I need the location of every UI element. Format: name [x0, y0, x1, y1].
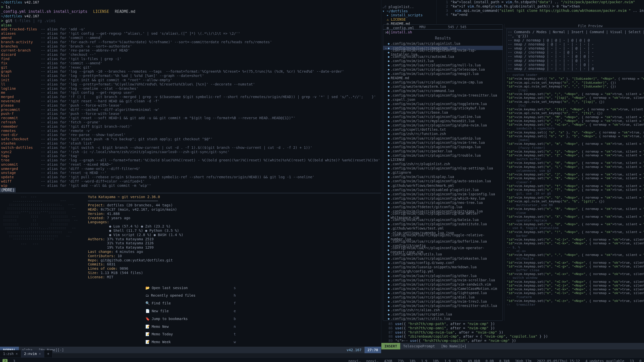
dash-jump-to-bookmarks[interactable]: 🔖 Jump to bookmarksb — [145, 317, 236, 321]
mru-item[interactable]: ◆.config/nvim/lua/rc/pluginconfig/vim-sa… — [383, 282, 503, 286]
mru-item[interactable]: ◆.config/nvim/lua/rc/myplugins/hexedit.l… — [383, 119, 503, 123]
mru-item[interactable]: ◆.config/nvim/lua/rc/pluginconfig/nvim-l… — [383, 50, 503, 54]
mru-item[interactable]: ◆.config/nvim/lua/rc/pluginconfig/lspsag… — [383, 145, 503, 149]
mru-item[interactable]: ◆.config/sway/config.d/sway.conf — [383, 261, 503, 265]
mru-item[interactable]: ◆.config/nvim/lua/rc/disabled-pluginlist… — [383, 188, 503, 192]
mru-item[interactable]: ◆.gitignore — [383, 170, 503, 175]
telescope-prompt[interactable]: > ▏ — [383, 29, 503, 35]
mru-item[interactable]: ◆.config/nvim/lua/rc/pluginconfig/troubl… — [383, 153, 503, 157]
preview-title: File Preview — [505, 24, 644, 28]
prompt-icon: > — [1, 19, 6, 23]
file-preview: -- custom leader"id">vim.keymap.set({ "n… — [505, 72, 644, 321]
dash-find-file[interactable]: 🔍 Find filef — [145, 301, 236, 305]
mru-item[interactable]: ◆.config/nvim/lua/rc/pluginconfig/toggle… — [383, 102, 503, 106]
mru-item[interactable]: ◆.config/nvim/init.lua — [383, 59, 503, 63]
mru-item[interactable]: ◆.config/nvim/lua/rc/pluginconfig/null-l… — [383, 63, 503, 67]
mru-item[interactable]: ◆.config/nvim/lua/rc/pluginconfig/nvim-s… — [383, 278, 503, 282]
mru-item[interactable]: ◆.config/nvim/lua/rc/pluginconfig/nlsp-s… — [383, 166, 503, 170]
git-branch: v42.167 — [24, 0, 39, 4]
dash-memo-today[interactable]: 📝 Memo Todayt — [145, 332, 236, 336]
mru-item[interactable]: ◆.config/nvim/lua/rc/pluginconfig/nvim-l… — [383, 192, 503, 196]
mru-item[interactable]: ◆.config/zsh/rc/function.zsh — [383, 132, 503, 136]
mru-item[interactable]: ◆.config/nvim/lua/rc/base.lua — [383, 110, 503, 114]
mru-item[interactable]: ◆.config/zsh/rc/pluginlist.zsh — [383, 162, 503, 166]
mru-item[interactable]: ◆.github/workflows/test.yml — [383, 226, 503, 231]
mru-item[interactable]: ◆.cspell.json — [383, 97, 503, 102]
telescope-picker[interactable]: MRU 545 / 545 > ▏ Results ◆.config/nvim/… — [383, 24, 503, 321]
mru-item[interactable]: ◆.config/nvim/lua/rc/utils.lua — [383, 316, 503, 321]
system-status-bar: 2 3 neovi…neovi…426B73%18%1.910%1.917%49… — [0, 357, 644, 362]
statusline-right-pane: INSERT TelescopePrompt [No Name][+] v42.… — [381, 343, 644, 349]
mru-item[interactable]: ◆.config/wezterm/wezterm.lua — [383, 84, 503, 89]
new-tab-button[interactable]: + — [44, 350, 53, 357]
mru-item[interactable]: ◆.config/nvim/ftdetect/gitconfig.lua — [383, 205, 503, 209]
mru-item[interactable]: ◆.config/nvim/lua/rc/pluginconfig/which-… — [383, 196, 503, 200]
dash-memo-week[interactable]: 📝 Memo Weekw — [145, 340, 236, 344]
mru-item[interactable]: ◆.config/nvim/lua/rc/pluginconfig/neogit… — [383, 72, 503, 76]
mapping-help-table: -- Commands / Modes | Normal | Insert | … — [506, 29, 644, 72]
mru-item[interactable]: ◆.config/nvim/lua/rc/pluginconfig/buffer… — [383, 239, 503, 243]
mru-item[interactable]: ◆.config/cspell/dotfiles.txt — [383, 127, 503, 132]
cwd-path-2: ~/dotfiles — [1, 14, 22, 18]
mru-item[interactable]: ◆.config/nvim/lua/rc/pluginconfig/teleka… — [383, 256, 503, 261]
onefetch-ascii: --- --- ............... --- ::::::::::::… — [3, 195, 78, 279]
onefetch-panel: --- --- ............... --- ::::::::::::… — [0, 193, 381, 281]
mru-item[interactable]: ◆.config/nvim/lua/rc/pluginconfig/neo-tr… — [383, 200, 503, 205]
mru-item[interactable]: ◆.config/nvim/lua/rc/pluginlist.lua — [383, 41, 503, 46]
mru-item[interactable]: ◆.config/nvim/lua/rc/option.lua — [383, 312, 503, 316]
mru-item[interactable]: ◆.config/nvim/lua/rc/pluginconfig/substi… — [383, 222, 503, 226]
statusline-left-pane: NORMAL alpha [No Name][-] v42.167 27:70 — [0, 347, 381, 353]
mru-item[interactable]: ◆.config/nvim/lua/rc/display.lua — [383, 175, 503, 179]
mru-item[interactable]: ◆.config/nvim/lua/rc/pluginconfig/telesc… — [383, 67, 503, 72]
mru-item[interactable]: ◆.github/workflows/benchmark.yml — [383, 183, 503, 188]
cwd-path: ~/dotfiles — [1, 0, 22, 4]
ls-output: _config.yml install.sh install_scripts L… — [0, 9, 381, 14]
dash-new-file[interactable]: 📄 New filee — [145, 309, 236, 313]
mru-item[interactable]: ◆.config/nvim/lua/rc/pluginconfig/other.… — [383, 274, 503, 278]
onefetch-info: Yuta Katayama ~ git version 2.36.0 ─────… — [88, 195, 183, 279]
tab-2nvim[interactable]: 2:nvim × — [21, 350, 44, 357]
mru-item[interactable]: ◆.config/nvim/lua/rc/pluginconfig/sticky… — [383, 106, 503, 110]
mru-item[interactable]: ◆.config/nvim/lua/rc/packer.lua — [383, 149, 503, 153]
pager-more[interactable]: (MORE) — [0, 188, 16, 192]
branch-indicator: v42.167 — [344, 347, 365, 353]
mru-item[interactable]: ◆.config/nvim/lua/rc/command.lua — [383, 89, 503, 93]
tab-1zsh[interactable]: 1:zsh × — [0, 350, 21, 357]
mru-item[interactable]: ◆.config/nvim/lua/rc/pluginconfig/CamelC… — [383, 286, 503, 291]
mru-item[interactable]: ◆.config/nvim/lua/rc/pluginconfig/dial.l… — [383, 295, 503, 299]
mru-item[interactable]: ◆.config/gh/config.yml — [383, 269, 503, 274]
mru-item[interactable]: ◆.config/nvim/lua/rc/pluginconfig/nvim-c… — [383, 80, 503, 84]
mru-item[interactable]: ◆.config/nvim/lua/rc/pluginconfig/nvim-t… — [383, 140, 503, 145]
mode-indicator: INSERT — [381, 343, 400, 349]
dash-recently-opened-files[interactable]: 🗂 Recently opened filesh — [145, 293, 236, 298]
workspace-3[interactable]: 3 — [13, 359, 15, 362]
workspace-2[interactable]: 2 — [3, 359, 8, 362]
prompt-icon: > — [1, 5, 6, 9]
dash-memo-new[interactable]: 📝 Memo Newn — [145, 325, 236, 329]
cursor-pos: 27:70 — [365, 347, 381, 353]
mru-item[interactable]: ◆.config/nvim/lua/rc/pluginconfig/nvim-t… — [383, 299, 503, 304]
mru-item[interactable]: ◆.config/nvim/lua/rc/pluginconfig/auto-s… — [383, 179, 503, 183]
mru-item[interactable]: ◆.config/nvim/lua/rc/pluginconfig/nvim-t… — [383, 93, 503, 97]
close-icon[interactable]: × — [39, 352, 41, 356]
mru-item[interactable]: ◆.config/nvim/lua/rc/pluginconfig/vim-op… — [383, 248, 503, 252]
mru-item[interactable]: ◆.config/nvim/lua/rc/pluginconfig/treesi… — [383, 304, 503, 308]
mru-item[interactable]: ◆.config/nvim/lua/rc/pluginconfig/LuaSni… — [383, 136, 503, 140]
mru-item[interactable]: ◆LICENSE — [383, 158, 503, 162]
mru-item[interactable]: ◆.config/nvim/lua/rc/pluginconfig/vim-be… — [383, 213, 503, 218]
close-icon[interactable]: × — [16, 352, 18, 356]
git-command-input[interactable]: git — [6, 19, 12, 23]
mru-item[interactable]: ◆.config/nvim/luasnip-snippets/markdown.… — [383, 265, 503, 269]
editor-buffer-bottom[interactable]: 85use({ "hrsh7th/cmp-path", after = "nvi… — [381, 321, 644, 343]
dash-open-last-session[interactable]: 📂 Open last sessions — [145, 286, 236, 290]
mru-item[interactable]: ◆.config/nvim/lua/rc/pluginconfig/lights… — [383, 291, 503, 295]
alpha-dashboard: 📂 Open last sessions🗂 Recently opened fi… — [0, 281, 381, 347]
git-alias-list: aliasadd-tracked-files -- alias for 'add… — [0, 23, 381, 188]
ghost-suggestion: t-files | rg .vim$ — [15, 19, 56, 23]
mru-item[interactable]: ◆.config/zsh/rc/alias.zsh — [383, 308, 503, 312]
mru-item[interactable]: ◆.config/nvim/lua/rc/pluginconfig/alpha-… — [383, 123, 503, 127]
mru-item[interactable]: ◆.config/nvim/lua/rc/myplugins/toggle-re… — [383, 235, 503, 239]
editor-buffer-top[interactable]: 1"kw">local install_path = vim.fn.stdpat… — [437, 0, 644, 24]
mru-item[interactable]: ◆README.md — [383, 76, 503, 80]
mru-item[interactable]: ◆.config/nvim/lua/rc/pluginconfig/lualin… — [383, 115, 503, 119]
